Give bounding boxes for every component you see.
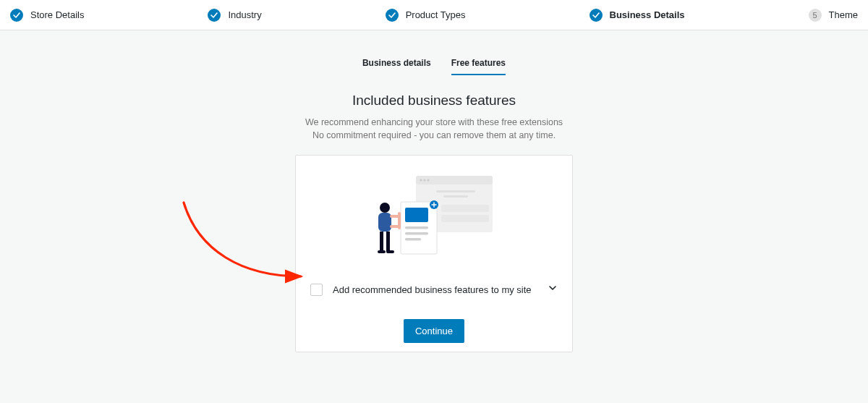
svg-rect-6 (443, 195, 468, 198)
card-illustration (310, 169, 558, 257)
step-label: Product Types (406, 9, 466, 20)
tab-business-details[interactable]: Business details (362, 58, 431, 75)
svg-point-15 (380, 203, 390, 213)
step-business-details[interactable]: Business Details (590, 9, 685, 22)
svg-rect-5 (436, 190, 475, 192)
sub-tabs: Business details Free features (0, 58, 868, 75)
chevron-down-icon (548, 283, 558, 293)
svg-rect-8 (441, 215, 489, 222)
svg-point-3 (423, 179, 425, 182)
continue-button[interactable]: Continue (404, 319, 464, 343)
features-card: Add recommended business features to my … (295, 155, 573, 352)
check-icon (386, 9, 399, 22)
step-label: Business Details (610, 9, 685, 20)
subtitle-line-1: We recommend enhancing your store with t… (305, 117, 563, 127)
svg-rect-23 (398, 212, 401, 229)
svg-point-4 (427, 179, 429, 182)
svg-point-2 (420, 179, 422, 182)
svg-rect-21 (378, 250, 386, 253)
step-product-types[interactable]: Product Types (386, 9, 466, 22)
svg-rect-19 (380, 232, 383, 252)
step-number-badge: 5 (809, 9, 822, 22)
expand-toggle[interactable] (548, 283, 558, 296)
recommended-features-checkbox[interactable] (310, 284, 323, 296)
check-icon (208, 9, 221, 22)
setup-stepper: Store Details Industry Product Types Bus… (0, 0, 868, 30)
headline: Included business features We recommend … (0, 93, 868, 142)
step-store-details[interactable]: Store Details (10, 9, 84, 22)
recommended-features-row: Add recommended business features to my … (310, 283, 558, 300)
page-title: Included business features (0, 93, 868, 109)
page-subtitle: We recommend enhancing your store with t… (0, 116, 868, 142)
svg-rect-12 (405, 232, 428, 235)
step-label: Store Details (30, 9, 84, 20)
step-label: Industry (228, 9, 261, 20)
check-icon (10, 9, 23, 22)
svg-rect-20 (386, 232, 390, 252)
subtitle-line-2: No commitment required - you can remove … (312, 130, 556, 140)
svg-rect-22 (386, 250, 394, 253)
svg-rect-7 (441, 205, 489, 212)
step-theme[interactable]: 5 Theme (809, 9, 858, 22)
svg-rect-13 (405, 238, 421, 241)
check-icon (590, 9, 603, 22)
svg-rect-11 (405, 226, 428, 229)
step-industry[interactable]: Industry (208, 9, 261, 22)
svg-rect-10 (405, 208, 428, 222)
tab-free-features[interactable]: Free features (451, 58, 506, 75)
onboarding-illustration-icon (369, 173, 499, 257)
recommended-features-label: Add recommended business features to my … (333, 284, 537, 295)
svg-rect-16 (378, 213, 391, 232)
continue-wrap: Continue (310, 319, 558, 343)
step-label: Theme (829, 9, 858, 20)
